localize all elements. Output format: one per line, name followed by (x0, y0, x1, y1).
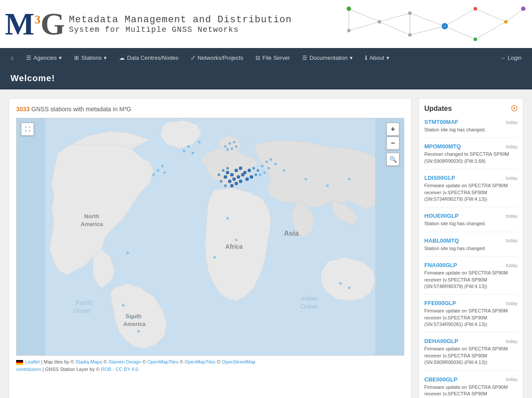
map-search-button[interactable]: 🔍 (386, 153, 399, 166)
main-content: 3033 GNSS stations with metadata in M³G (0, 89, 532, 398)
update-item: LDIS00GLP today Firmware update on SPECT… (424, 175, 518, 207)
svg-point-83 (235, 239, 238, 241)
svg-point-61 (235, 145, 238, 148)
svg-text:Indian: Indian (301, 295, 318, 302)
openmaptiles2-link[interactable]: OpenMapTiles (184, 359, 215, 364)
update-title-row: CBE000GLP today (424, 376, 518, 383)
nav-data-centres[interactable]: ☁ Data Centres/Nodes (113, 49, 184, 66)
svg-point-44 (248, 169, 251, 172)
update-station-link[interactable]: FNA000GLP (424, 262, 457, 268)
openmaptiles-link[interactable]: OpenMapTiles (147, 359, 178, 364)
nav-stations-label: Stations (81, 55, 102, 61)
nav-file-server[interactable]: ⊟ File Server (249, 49, 296, 66)
flag-icon (16, 360, 23, 365)
svg-point-48 (235, 182, 238, 185)
file-server-icon: ⊟ (256, 55, 260, 61)
svg-point-42 (224, 175, 227, 179)
nav-agencies-label: Agencies (34, 55, 57, 61)
osm-link[interactable]: OpenStreetMap (222, 359, 256, 364)
home-icon: ⌂ (10, 55, 14, 61)
update-title-row: FFE000GLP today (424, 300, 518, 306)
rob-link[interactable]: ROB - CC BY 4.0 (101, 367, 138, 372)
update-station-link[interactable]: CBE000GLP (424, 376, 457, 383)
svg-point-71 (183, 150, 185, 152)
update-item: HOUE00GLP today Station site log has cha… (424, 213, 518, 232)
zoom-out-button[interactable]: − (386, 137, 399, 150)
svg-line-4 (475, 9, 506, 22)
update-station-link[interactable]: MPOM00MTQ (424, 143, 461, 150)
osm-contributors-link[interactable]: contributors (16, 367, 41, 372)
nav-home[interactable]: ⌂ (4, 49, 20, 66)
logo[interactable]: M3 G (9, 4, 61, 44)
update-station-link[interactable]: HABL00MTQ (424, 237, 459, 244)
update-station-link[interactable]: DEHA00GLP (424, 338, 458, 344)
nav-agencies[interactable]: ☰ Agencies ▾ (20, 49, 68, 66)
logo-g: G (41, 8, 65, 40)
svg-line-1 (379, 13, 410, 22)
nav-login-label: Login (508, 55, 522, 61)
svg-point-73 (191, 152, 194, 154)
nav-stations[interactable]: ⊞ Stations ▾ (68, 49, 113, 66)
networks-icon: ⤢ (191, 55, 195, 61)
svg-point-54 (224, 184, 227, 187)
fullscreen-button[interactable]: ⛶ (21, 123, 34, 136)
svg-point-46 (246, 178, 249, 181)
data-centres-icon: ☁ (119, 55, 125, 61)
network-graph-decoration (323, 0, 532, 48)
update-description: Station site log has changed. (424, 245, 518, 252)
nav-login[interactable]: → Login (494, 49, 528, 66)
about-dropdown-icon: ▾ (386, 55, 389, 61)
update-description: Firmware update on SPECTRA SP90M receive… (424, 182, 518, 202)
map-description: GNSS stations with metadata in M³G (31, 106, 131, 113)
zoom-in-button[interactable]: + (386, 123, 399, 136)
svg-point-15 (408, 11, 412, 15)
nav-about[interactable]: ℹ About ▾ (359, 49, 396, 66)
station-count: 3033 (16, 106, 30, 113)
svg-point-77 (163, 172, 166, 174)
svg-line-2 (410, 13, 445, 26)
world-map: Pacific Ocean Indian Ocean North America… (17, 118, 404, 355)
update-description: Station site log has changed. (424, 127, 518, 133)
svg-point-60 (233, 141, 235, 144)
svg-text:Africa: Africa (225, 243, 243, 250)
svg-point-80 (326, 184, 329, 187)
svg-point-22 (521, 7, 525, 11)
svg-point-74 (152, 174, 155, 176)
svg-point-43 (243, 171, 247, 175)
svg-point-62 (231, 148, 233, 150)
nav-documentation[interactable]: ☰ Documentation ▾ (296, 49, 359, 66)
svg-point-88 (126, 252, 129, 254)
svg-point-58 (224, 145, 227, 148)
svg-point-65 (266, 161, 268, 163)
update-date: today (506, 377, 518, 382)
svg-point-38 (232, 178, 236, 181)
update-item: FNA000GLP today Firmware update on SPECT… (424, 262, 518, 295)
stadia-maps-link[interactable]: Stadia Maps (75, 359, 102, 364)
update-station-link[interactable]: FFE000GLP (424, 300, 456, 306)
svg-text:America: America (81, 221, 103, 227)
documentation-icon: ☰ (302, 55, 307, 61)
svg-point-17 (474, 7, 477, 10)
svg-point-47 (239, 179, 242, 183)
rss-icon[interactable]: ☉ (511, 104, 518, 113)
svg-point-21 (347, 29, 351, 32)
svg-point-39 (237, 175, 240, 179)
svg-text:Asia: Asia (284, 230, 299, 237)
svg-point-63 (226, 148, 229, 151)
svg-point-36 (239, 167, 242, 170)
svg-point-14 (378, 20, 381, 24)
svg-text:Pacific: Pacific (75, 299, 93, 306)
svg-point-53 (220, 180, 222, 182)
svg-point-34 (230, 173, 234, 177)
login-icon: → (500, 55, 505, 61)
update-station-link[interactable]: STMT00MAF (424, 119, 458, 125)
update-date: today (506, 263, 518, 268)
update-station-link[interactable]: HOUE00GLP (424, 213, 459, 219)
leaflet-link[interactable]: Leaflet (25, 359, 40, 364)
update-station-link[interactable]: LDIS00GLP (424, 175, 455, 181)
nav-networks[interactable]: ⤢ Networks/Projects (184, 49, 249, 66)
update-item: FFE000GLP today Firmware update on SPECT… (424, 300, 518, 333)
stamen-link[interactable]: Stamen Design (108, 359, 141, 364)
map-container[interactable]: Pacific Ocean Indian Ocean North America… (16, 118, 404, 356)
svg-point-20 (474, 38, 477, 41)
